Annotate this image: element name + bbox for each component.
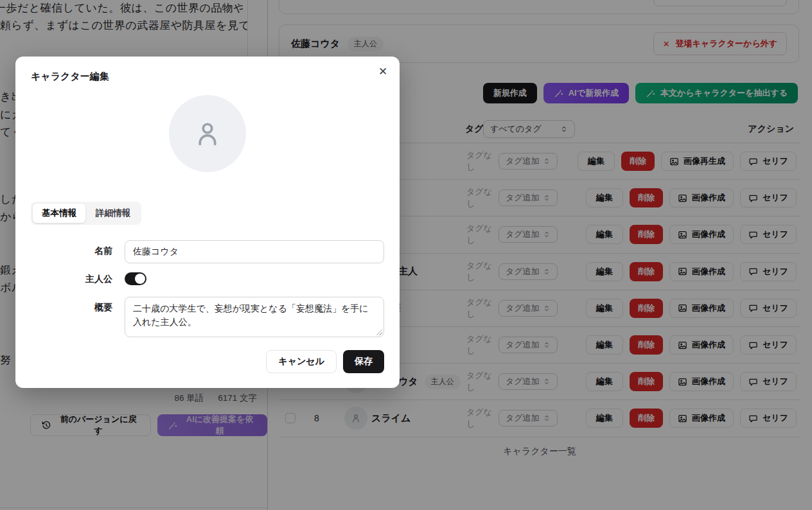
tab-detail-info[interactable]: 詳細情報 bbox=[87, 204, 139, 223]
name-field[interactable] bbox=[125, 240, 384, 263]
modal-tabs: 基本情報 詳細情報 bbox=[31, 202, 141, 225]
modal-fields: 名前 主人公 概要 二十歳の大学生で、妄想が現実となる「妄想魔法」を手に入れた主… bbox=[31, 240, 384, 346]
character-avatar-placeholder bbox=[169, 95, 246, 172]
toggle-knob bbox=[135, 274, 145, 284]
modal-title: キャラクター編集 bbox=[31, 71, 109, 83]
protagonist-toggle[interactable] bbox=[125, 272, 146, 285]
summary-field-label: 概要 bbox=[31, 297, 112, 313]
tab-basic-info[interactable]: 基本情報 bbox=[33, 204, 85, 223]
resize-handle-icon[interactable] bbox=[376, 330, 382, 335]
app-root: 一歩だと確信していた。彼は、この世界の品物や技術 頼らず、まずはこの世界の武器屋… bbox=[0, 0, 812, 510]
close-icon[interactable]: ✕ bbox=[375, 64, 391, 80]
name-field-label: 名前 bbox=[31, 240, 112, 257]
save-button[interactable]: 保存 bbox=[343, 350, 384, 373]
cancel-button[interactable]: キャンセル bbox=[266, 350, 337, 373]
protagonist-field-label: 主人公 bbox=[31, 272, 112, 285]
character-edit-modal: キャラクター編集 ✕ 基本情報 詳細情報 名前 主人公 概要 二十歳の大学生で、 bbox=[15, 57, 400, 388]
summary-field[interactable]: 二十歳の大学生で、妄想が現実となる「妄想魔法」を手に入れた主人公。 bbox=[125, 297, 384, 337]
person-icon bbox=[191, 117, 224, 150]
